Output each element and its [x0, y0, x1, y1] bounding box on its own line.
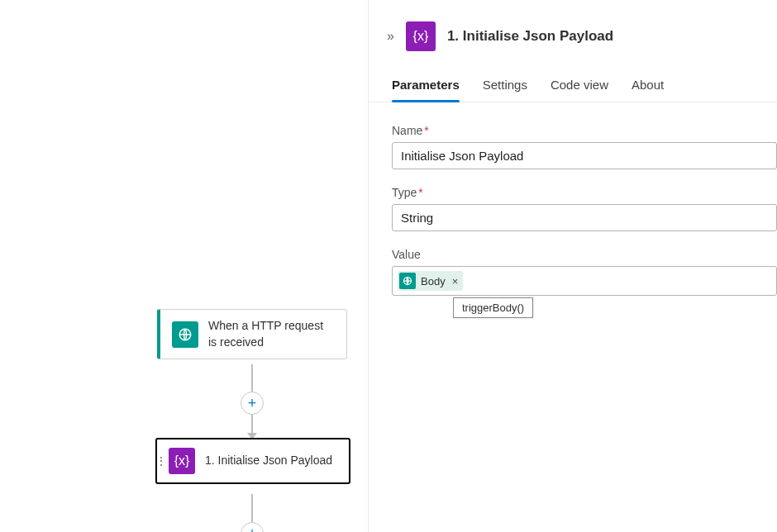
token-label: Body — [421, 275, 446, 287]
type-select[interactable] — [392, 204, 777, 231]
panel-header: » {x} 1. Initialise Json Payload — [369, 0, 777, 71]
variable-icon: {x} — [406, 21, 436, 51]
action-label: 1. Initialise Json Payload — [205, 453, 332, 469]
type-field-group: Type* — [392, 186, 777, 231]
name-input[interactable] — [392, 142, 777, 169]
drag-handle-icon[interactable]: ⋮ — [155, 454, 165, 468]
tab-code-view[interactable]: Code view — [551, 71, 608, 102]
trigger-node-http-request[interactable]: When a HTTP request is received — [157, 309, 347, 359]
properties-panel: » {x} 1. Initialise Json Payload Paramet… — [368, 0, 777, 532]
tab-about[interactable]: About — [632, 71, 664, 102]
expression-tooltip: triggerBody() — [453, 297, 533, 318]
trigger-label: When a HTTP request is received — [208, 318, 335, 350]
http-icon — [399, 273, 416, 289]
value-label: Value — [392, 248, 777, 261]
http-icon — [172, 321, 198, 348]
panel-title: 1. Initialise Json Payload — [447, 28, 613, 45]
connector-line — [251, 364, 253, 392]
parameters-form: Name* Type* Value Body × triggerBody — [369, 102, 777, 296]
name-field-group: Name* — [392, 124, 777, 169]
remove-token-icon[interactable]: × — [452, 275, 459, 287]
tab-parameters[interactable]: Parameters — [392, 71, 460, 102]
flow-canvas[interactable]: When a HTTP request is received + ⋮ {x} … — [0, 0, 368, 532]
panel-tabs: Parameters Settings Code view About — [369, 71, 777, 102]
add-action-button[interactable]: + — [241, 392, 264, 415]
add-action-button[interactable]: + — [241, 522, 264, 532]
body-token[interactable]: Body × — [398, 271, 463, 291]
collapse-panel-icon[interactable]: » — [387, 29, 394, 44]
name-label: Name* — [392, 124, 777, 137]
action-node-initialise-json[interactable]: ⋮ {x} 1. Initialise Json Payload — [155, 438, 350, 484]
tab-settings[interactable]: Settings — [483, 71, 527, 102]
type-label: Type* — [392, 186, 777, 199]
required-indicator: * — [418, 186, 422, 199]
connector-line — [251, 494, 253, 524]
variable-icon: {x} — [169, 448, 195, 474]
value-input[interactable]: Body × — [392, 266, 777, 296]
value-field-group: Value Body × triggerBody() — [392, 248, 777, 296]
required-indicator: * — [424, 124, 428, 137]
